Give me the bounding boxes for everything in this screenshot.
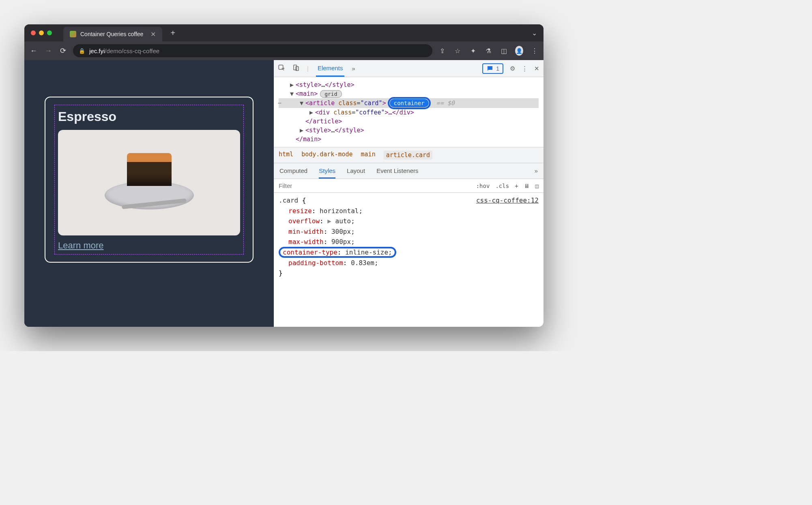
crumb-body[interactable]: body.dark-mode (301, 151, 352, 160)
more-tabs-button[interactable]: » (352, 65, 355, 72)
close-tab-button[interactable]: ✕ (150, 30, 156, 38)
share-icon[interactable]: ⇪ (438, 47, 446, 55)
profile-button[interactable]: 👤 (515, 46, 523, 56)
css-prop-max-width[interactable]: max-width (288, 238, 324, 246)
settings-icon[interactable]: ⚙ (510, 65, 515, 72)
dom-tree[interactable]: ▶<style>…</style> ▼<main>grid ⋯ ▼<articl… (274, 77, 543, 147)
devtools-tabs: | Elements » 1 ⚙ ⋮ ✕ (274, 60, 543, 77)
layout-tab[interactable]: Layout (347, 167, 365, 175)
styles-tab[interactable]: Styles (319, 167, 335, 179)
new-rule-button[interactable]: + (515, 183, 518, 189)
maximize-window-button[interactable] (47, 30, 52, 35)
rendered-page: Espresso Learn more (24, 60, 274, 327)
source-link[interactable]: css-cq-coffee:12 (476, 195, 539, 206)
coffee-image (58, 130, 240, 235)
card-title: Espresso (58, 109, 240, 124)
lock-icon: 🔒 (79, 48, 85, 54)
div-coffee-tag[interactable]: <div (315, 109, 333, 116)
titlebar: Container Queries coffee ✕ + ⌄ (24, 24, 543, 41)
content-area: Espresso Learn more | (24, 60, 543, 327)
computed-tab[interactable]: Computed (279, 167, 307, 175)
filter-input[interactable] (274, 179, 471, 192)
window-controls (31, 30, 52, 35)
reload-button[interactable]: ⟳ (58, 46, 67, 55)
highlighted-css-rule: container-type: inline-size; (279, 247, 396, 258)
elements-tab[interactable]: Elements (316, 60, 345, 77)
back-button[interactable]: ← (29, 47, 38, 55)
css-prop-resize[interactable]: resize (288, 207, 312, 215)
main-tag[interactable]: <main> (296, 90, 318, 97)
device-toggle-icon[interactable] (292, 64, 300, 73)
inspect-icon[interactable] (278, 64, 285, 73)
url-input[interactable]: 🔒 jec.fyi/demo/css-cq-coffee (73, 44, 432, 57)
extensions-icon[interactable]: ✦ (469, 47, 477, 55)
tab-overflow-button[interactable]: ⌄ (532, 29, 537, 37)
container-badge[interactable]: container (390, 99, 429, 107)
css-selector[interactable]: .card (279, 196, 298, 204)
style2-tag[interactable]: <style> (305, 127, 331, 134)
toolbar-icons: ⇪ ☆ ✦ ⚗ ◫ 👤 ⋮ (438, 46, 539, 56)
card: Espresso Learn more (45, 97, 253, 263)
device-icon[interactable]: 🖥 (524, 183, 530, 189)
computed-toggle-icon[interactable]: ◫ (535, 183, 539, 189)
favicon-icon (70, 31, 76, 37)
url-path: /demo/css-cq-coffee (105, 47, 159, 54)
breadcrumb: html body.dark-mode main article.card (274, 147, 543, 163)
css-close-brace: } (279, 269, 283, 277)
console-ref: == $0 (436, 99, 455, 107)
forward-button[interactable]: → (44, 47, 53, 55)
close-window-button[interactable] (31, 30, 36, 35)
close-devtools-button[interactable]: ✕ (534, 65, 539, 72)
address-bar: ← → ⟳ 🔒 jec.fyi/demo/css-cq-coffee ⇪ ☆ ✦… (24, 41, 543, 60)
css-prop-container-type[interactable]: container-type (283, 248, 337, 256)
svg-rect-1 (294, 65, 297, 70)
learn-more-link[interactable]: Learn more (58, 240, 104, 251)
grid-badge[interactable]: grid (320, 90, 342, 98)
tab-title: Container Queries coffee (80, 31, 143, 37)
menu-button[interactable]: ⋮ (531, 47, 539, 55)
css-prop-overflow[interactable]: overflow (288, 217, 320, 225)
crumb-article[interactable]: article.card (384, 151, 432, 160)
issues-badge[interactable]: 1 (482, 63, 503, 74)
main-close-tag[interactable]: </main> (296, 136, 321, 143)
selected-dom-node[interactable]: ⋯ ▼<article class="card"> container == $… (279, 98, 539, 108)
more-styles-tabs[interactable]: » (535, 167, 538, 175)
bookmark-icon[interactable]: ☆ (453, 47, 462, 55)
devtools-panel: | Elements » 1 ⚙ ⋮ ✕ ▶<style>…</style> ▼… (274, 60, 543, 327)
article-close-tag[interactable]: </article> (305, 118, 342, 125)
url-host: jec.fyi (89, 47, 105, 54)
cup-shape (127, 153, 172, 202)
browser-tab[interactable]: Container Queries coffee ✕ (63, 27, 162, 41)
sidepanel-icon[interactable]: ◫ (500, 47, 508, 55)
issues-count: 1 (496, 65, 499, 72)
style-tag[interactable]: <style> (296, 81, 321, 88)
kebab-menu-icon[interactable]: ⋮ (522, 65, 528, 72)
styles-subtabs: Computed Styles Layout Event Listeners » (274, 163, 543, 179)
event-listeners-tab[interactable]: Event Listeners (376, 167, 418, 175)
browser-window: Container Queries coffee ✕ + ⌄ ← → ⟳ 🔒 j… (24, 24, 543, 327)
css-rule-block[interactable]: css-cq-coffee:12 .card { resize: horizon… (274, 193, 543, 327)
crumb-main[interactable]: main (361, 151, 376, 160)
hov-button[interactable]: :hov (476, 183, 490, 189)
shorthand-expand-icon[interactable]: ▶ (327, 217, 335, 225)
cls-button[interactable]: .cls (495, 183, 509, 189)
labs-icon[interactable]: ⚗ (484, 47, 492, 55)
styles-filter-bar: :hov .cls + 🖥 ◫ (274, 179, 543, 193)
crumb-html[interactable]: html (279, 151, 293, 160)
minimize-window-button[interactable] (39, 30, 44, 35)
css-prop-min-width[interactable]: min-width (288, 228, 324, 235)
new-tab-button[interactable]: + (170, 28, 175, 38)
css-prop-padding-bottom[interactable]: padding-bottom (288, 259, 343, 267)
container-overlay: Espresso Learn more (54, 105, 244, 255)
